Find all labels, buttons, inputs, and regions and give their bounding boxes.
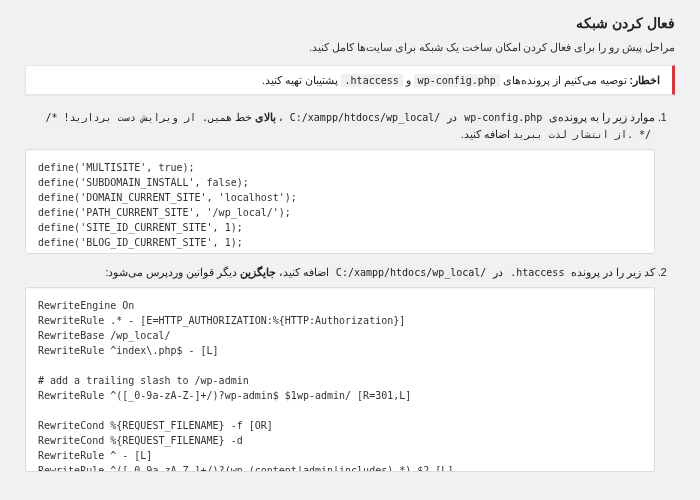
step2-strong: جایگزین	[240, 266, 276, 278]
wp-config-code[interactable]	[25, 149, 655, 254]
step1-text-c: ،	[279, 111, 283, 123]
warning-text-after: پشتیبان تهیه کنید.	[262, 74, 338, 86]
step1-text-d: خط	[235, 111, 252, 123]
step2-text-b: در	[493, 266, 503, 278]
warning-notice: اخطار: توصیه می‌کنیم از پرونده‌های wp-co…	[25, 65, 675, 95]
step1-path: C:/xampp/htdocs/wp_local/	[286, 111, 445, 124]
step1-file: wp-config.php	[460, 111, 546, 124]
step-1: موارد زیر را به پرونده‌ی wp-config.php د…	[25, 109, 655, 254]
htaccess-code[interactable]	[25, 287, 655, 472]
step2-file: .htaccess	[506, 266, 568, 279]
step2-path: C:/xampp/htdocs/wp_local/	[332, 266, 491, 279]
warning-label: اخطار:	[630, 74, 661, 86]
warning-and: و	[406, 74, 411, 86]
htaccess-file: .htaccess	[341, 74, 403, 87]
step2-text-c: اضافه کنید،	[279, 266, 329, 278]
page-title: فعال کردن شبکه	[25, 15, 675, 31]
step1-text-b: در	[447, 111, 457, 123]
step1-text-a: موارد زیر را به پرونده‌ی	[549, 111, 655, 123]
step2-text-a: کد زیر را در پرونده	[571, 266, 655, 278]
step1-strong: بالای	[255, 111, 276, 123]
intro-text: مراحل پیش رو را برای فعال کردن امکان ساخ…	[25, 41, 675, 53]
step-2: کد زیر را در پرونده .htaccess در C:/xamp…	[25, 264, 655, 472]
warning-text-before: توصیه می‌کنیم از پرونده‌های	[503, 74, 627, 86]
step2-text-d: دیگر قوانین وردپرس می‌شود:	[106, 266, 238, 278]
wp-config-file: wp-config.php	[414, 74, 500, 87]
step1-text-e: اضافه کنید.	[461, 128, 510, 140]
